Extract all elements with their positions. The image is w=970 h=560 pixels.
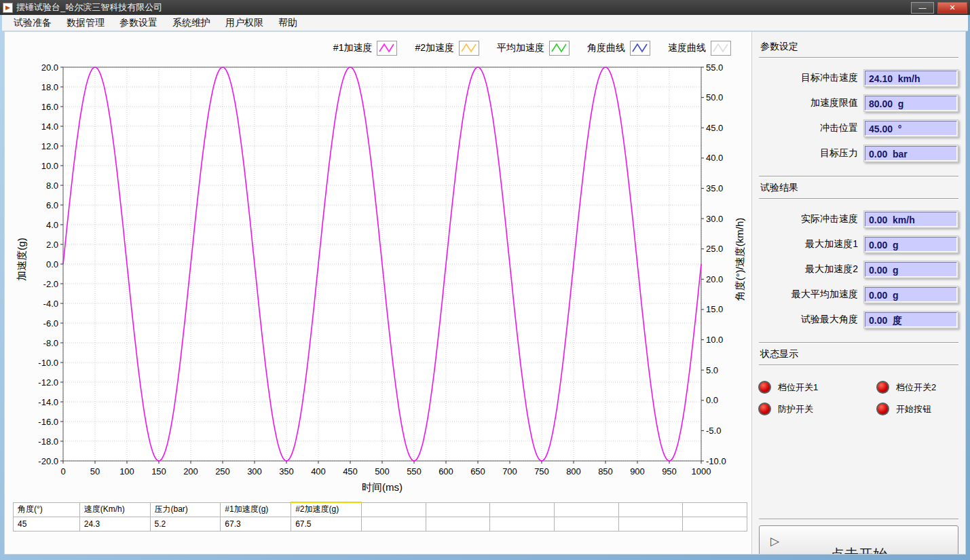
svg-text:-10.0: -10.0 — [38, 358, 58, 368]
legend-item[interactable]: 平均加速度 — [497, 41, 570, 56]
svg-text:20.0: 20.0 — [41, 62, 58, 73]
svg-text:-8.0: -8.0 — [43, 338, 58, 348]
menu-item-4[interactable]: 系统维护 — [165, 16, 218, 31]
svg-text:10.0: 10.0 — [41, 161, 58, 171]
data-table-wrapper[interactable]: 角度(°)速度(Km/h)压力(bar)#1加速度(g)#2加速度(g)4524… — [13, 502, 750, 531]
target-pressure-label: 目标压力 — [820, 147, 858, 160]
svg-text:-18.0: -18.0 — [38, 436, 58, 447]
status-section: 档位开关1档位开关2防护开关开始按钮 — [759, 366, 958, 428]
table-cell — [490, 517, 555, 531]
table-header-cell — [618, 502, 683, 517]
status-gear-switch-2: 档位开关2 — [876, 381, 959, 394]
acceleration-limit-label: 加速度限值 — [810, 97, 858, 109]
table-cell — [618, 517, 683, 531]
menu-item-5[interactable]: 用户权限 — [218, 16, 271, 31]
svg-text:950: 950 — [662, 466, 677, 477]
svg-text:650: 650 — [470, 466, 485, 477]
svg-text:25.0: 25.0 — [706, 244, 723, 254]
table-cell — [683, 517, 747, 531]
field-actual-impact-speed: 实际冲击速度0.00 km/h — [759, 210, 958, 229]
gear-switch-2-label: 档位开关2 — [896, 381, 936, 394]
acceleration-limit-value[interactable]: 80.00 g — [865, 96, 957, 111]
table-header-cell — [554, 502, 618, 517]
start-section: ▷ 点击开始 — [759, 519, 958, 554]
test-max-angle-box: 0.00 度 — [863, 311, 958, 329]
svg-text:-5.0: -5.0 — [706, 426, 721, 436]
legend-label: #2加速度 — [415, 42, 454, 54]
svg-text:6.0: 6.0 — [46, 200, 58, 210]
max-acceleration-1-label: 最大加速度1 — [805, 238, 858, 250]
svg-text:2.0: 2.0 — [46, 240, 58, 250]
test-max-angle-value: 0.00 度 — [865, 312, 957, 327]
table-cell: 24.3 — [79, 517, 150, 531]
svg-text:750: 750 — [534, 466, 549, 477]
section-title-status: 状态显示 — [759, 343, 958, 365]
titlebar: ▶ 摆锤试验台_哈尔滨三智科技有限公司 — ✕ — [0, 0, 970, 15]
max-acceleration-2-value: 0.00 g — [865, 262, 957, 277]
results-section: 实际冲击速度0.00 km/h最大加速度10.00 g最大加速度20.00 g最… — [759, 200, 958, 342]
minimize-button[interactable]: — — [911, 2, 934, 14]
field-acceleration-limit: 加速度限值80.00 g — [759, 94, 958, 113]
svg-text:14.0: 14.0 — [41, 122, 58, 132]
menu-item-6[interactable]: 帮助 — [271, 16, 305, 31]
gear-switch-1-led-icon — [758, 381, 771, 394]
legend-item[interactable]: #1加速度 — [333, 41, 398, 56]
svg-text:200: 200 — [183, 466, 198, 477]
target-pressure-value[interactable]: 0.00 bar — [865, 146, 957, 161]
field-impact-position: 冲击位置45.00 ° — [759, 119, 958, 138]
legend-label: 角度曲线 — [587, 42, 625, 54]
max-acceleration-1-value: 0.00 g — [865, 237, 957, 252]
svg-text:800: 800 — [566, 466, 581, 477]
menu-item-1[interactable]: 试验准备 — [6, 16, 59, 31]
svg-text:12.0: 12.0 — [41, 141, 58, 151]
svg-text:-2.0: -2.0 — [43, 279, 58, 289]
start-button-led-label: 开始按钮 — [896, 403, 931, 415]
table-header-cell — [426, 502, 490, 517]
right-axis-title: 角度(°)/速度(km/h) — [731, 59, 749, 495]
svg-text:55.0: 55.0 — [706, 62, 723, 73]
svg-text:16.0: 16.0 — [41, 102, 58, 112]
table-header-cell — [490, 502, 555, 517]
close-button[interactable]: ✕ — [937, 2, 967, 14]
legend-curve-icon — [549, 41, 570, 56]
table-row: 4524.35.267.367.5 — [14, 517, 747, 531]
svg-text:850: 850 — [598, 466, 613, 477]
start-button[interactable]: ▷ 点击开始 — [759, 525, 958, 554]
table-header-cell: 角度(°) — [14, 502, 80, 517]
window-title: 摆锤试验台_哈尔滨三智科技有限公司 — [16, 1, 908, 14]
svg-text:550: 550 — [407, 466, 422, 477]
field-max-average-acceleration: 最大平均加速度0.00 g — [759, 285, 958, 304]
menu-bar: 试验准备数据管理参数设置系统维护用户权限帮助 — [2, 15, 968, 31]
acceleration-limit-box: 80.00 g — [863, 94, 958, 112]
svg-text:150: 150 — [151, 466, 166, 477]
svg-text:500: 500 — [375, 466, 390, 477]
field-max-acceleration-1: 最大加速度10.00 g — [759, 235, 958, 254]
legend-item[interactable]: #2加速度 — [415, 41, 479, 56]
section-title-params: 参数设定 — [759, 36, 958, 57]
menu-item-3[interactable]: 参数设置 — [112, 16, 165, 31]
legend-item[interactable]: 角度曲线 — [587, 41, 650, 56]
start-button-label: 点击开始 — [760, 545, 958, 554]
menu-item-2[interactable]: 数据管理 — [59, 16, 112, 31]
svg-text:-12.0: -12.0 — [38, 377, 58, 388]
impact-position-value[interactable]: 45.00 ° — [865, 121, 957, 136]
target-impact-speed-value[interactable]: 24.10 km/h — [865, 71, 957, 86]
table-header-cell: 压力(bar) — [150, 502, 221, 517]
svg-text:-20.0: -20.0 — [38, 456, 58, 466]
table-header-cell — [361, 502, 426, 517]
actual-impact-speed-label: 实际冲击速度 — [801, 213, 858, 225]
legend-curve-icon — [630, 41, 650, 56]
table-cell: 45 — [14, 517, 80, 531]
field-target-pressure: 目标压力0.00 bar — [759, 144, 958, 163]
chart-panel: #1加速度#2加速度平均加速度角度曲线速度曲线 加速度(g) -20.0-18.… — [5, 32, 751, 554]
legend-curve-icon — [711, 41, 731, 56]
max-average-acceleration-box: 0.00 g — [863, 286, 958, 303]
table-cell: 67.3 — [221, 517, 291, 531]
legend-item[interactable]: 速度曲线 — [668, 41, 731, 56]
table-cell: 67.5 — [291, 517, 362, 531]
target-impact-speed-box: 24.10 km/h — [863, 69, 958, 87]
table-header-cell — [683, 502, 747, 517]
params-section: 目标冲击速度24.10 km/h加速度限值80.00 g冲击位置45.00 °目… — [759, 58, 958, 176]
svg-text:45.0: 45.0 — [706, 123, 723, 133]
svg-text:20.0: 20.0 — [706, 274, 723, 284]
